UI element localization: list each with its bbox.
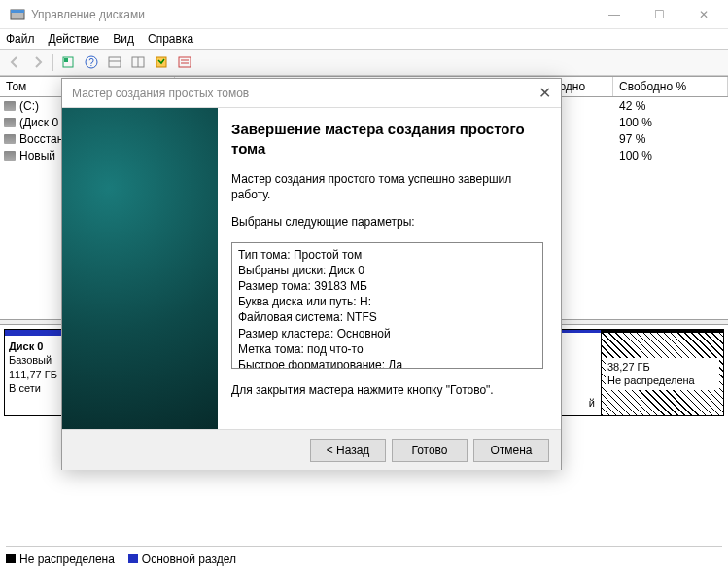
disk-status: В сети [9,382,41,394]
drive-icon [4,118,16,127]
dialog-sidebar-image [62,108,218,429]
window-titlebar: Управление дисками — ☐ ✕ [0,0,728,29]
dialog-params-label: Выбраны следующие параметры: [231,214,543,230]
window-title: Управление дисками [31,8,145,21]
menu-file[interactable]: Файл [6,32,35,46]
dialog-close-icon[interactable]: ✕ [538,84,551,102]
view2-icon[interactable] [127,52,149,73]
view1-icon[interactable] [104,52,125,73]
param-line: Выбраны диски: Диск 0 [238,263,537,278]
refresh-icon[interactable] [57,52,79,73]
dialog-titlebar: Мастер создания простых томов ✕ [62,79,561,108]
param-line: Тип тома: Простой том [238,247,537,263]
param-line: Файловая система: NTFS [238,309,537,325]
properties-icon[interactable] [151,52,172,73]
svg-rect-6 [109,57,121,67]
legend-unallocated: Не распределена [19,553,115,566]
partition-unallocated[interactable]: 38,27 ГБ Не распределена [601,330,723,415]
free-pct: 100 % [613,149,728,162]
disk-type: Базовый [9,354,52,366]
svg-rect-11 [179,57,191,67]
back-icon[interactable] [4,52,25,73]
param-line: Размер кластера: Основной [238,326,537,341]
drive-icon [4,151,16,161]
app-icon [10,7,25,22]
legend-primary: Основной раздел [142,553,236,566]
svg-rect-3 [64,58,68,62]
drive-icon [4,134,16,144]
legend: Не распределена Основной раздел [6,546,722,566]
free-pct: 100 % [613,116,728,129]
dialog-title: Мастер создания простых томов [72,87,249,100]
dialog-heading: Завершение мастера создания простого том… [231,120,543,158]
param-line: Буква диска или путь: H: [238,294,537,309]
volume-name: Новый [19,149,55,162]
disk-size: 111,77 ГБ [9,369,57,380]
volume-name: Восстан [19,132,63,146]
partition-state: Не распределена [607,375,695,386]
help-icon[interactable]: ? [81,52,102,73]
cancel-button[interactable]: Отмена [473,439,549,462]
free-pct: 42 % [613,99,728,113]
menu-action[interactable]: Действие [49,32,100,46]
dialog-finish-hint: Для закрытия мастера нажмите кнопку "Гот… [231,382,543,398]
dialog-success-text: Мастер создания простого тома успешно за… [231,171,543,202]
partition-size: 38,27 ГБ [607,361,650,373]
free-pct: 97 % [613,132,728,146]
volume-name: (Диск 0 [19,116,58,129]
wizard-dialog: Мастер создания простых томов ✕ Завершен… [61,78,562,470]
disk-title: Диск 0 [9,340,43,352]
param-line: Быстрое форматирование: Да [238,357,537,369]
legend-swatch-unallocated [6,554,16,563]
dialog-content: Завершение мастера создания простого том… [218,108,561,429]
minimize-button[interactable]: — [592,0,637,29]
menu-bar: Файл Действие Вид Справка [0,29,728,49]
volume-name: (C:) [19,99,39,113]
dialog-params-box[interactable]: Тип тома: Простой том Выбраны диски: Дис… [231,242,543,369]
back-button[interactable]: < Назад [310,439,386,462]
done-button[interactable]: Готово [392,439,468,462]
dialog-footer: < Назад Готово Отмена [62,429,561,470]
toolbar: ? [0,49,728,76]
forward-icon[interactable] [27,52,49,73]
close-button[interactable]: ✕ [681,0,726,29]
maximize-button[interactable]: ☐ [637,0,681,29]
column-free-pct[interactable]: Свободно % [613,77,728,96]
drive-icon [4,101,16,111]
menu-view[interactable]: Вид [113,32,134,46]
menu-help[interactable]: Справка [148,32,193,46]
param-line: Размер тома: 39183 МБ [238,278,537,294]
list-icon[interactable] [174,52,195,73]
param-line: Метка тома: под что-то [238,341,537,357]
svg-rect-1 [11,10,24,13]
svg-text:?: ? [88,57,94,68]
legend-swatch-primary [128,554,138,563]
